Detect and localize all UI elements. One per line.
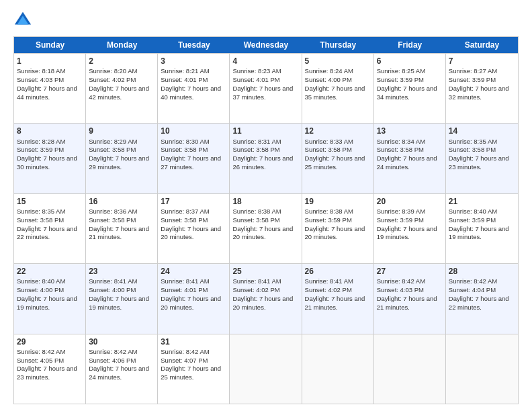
sunrise: Sunrise: 8:29 AM [89, 138, 137, 145]
sunrise: Sunrise: 8:40 AM [17, 277, 65, 285]
daylight: Daylight: 7 hours and 24 minutes. [89, 365, 149, 381]
sunset: Sunset: 3:58 PM [377, 146, 424, 153]
day-number: 17 [161, 196, 226, 207]
sunrise: Sunrise: 8:41 AM [232, 277, 281, 285]
empty-cell [230, 334, 302, 404]
sunset: Sunset: 4:02 PM [305, 286, 352, 293]
day-cell-4: 4Sunrise: 8:23 AMSunset: 4:01 PMDaylight… [230, 54, 302, 123]
daylight: Daylight: 7 hours and 19 minutes. [449, 225, 509, 241]
sunset: Sunset: 3:58 PM [449, 146, 496, 153]
sunset: Sunset: 3:58 PM [305, 146, 352, 153]
sunset: Sunset: 3:58 PM [161, 216, 208, 224]
day-number: 13 [377, 126, 443, 136]
sunrise: Sunrise: 8:25 AM [377, 67, 425, 75]
sunset: Sunset: 4:01 PM [161, 76, 208, 83]
sunset: Sunset: 4:03 PM [17, 76, 64, 83]
sunrise: Sunrise: 8:42 AM [17, 348, 65, 355]
day-number: 2 [89, 56, 154, 66]
sunset: Sunset: 4:04 PM [449, 286, 496, 293]
header-day-monday: Monday [86, 37, 158, 53]
day-cell-30: 30Sunrise: 8:42 AMSunset: 4:06 PMDayligh… [86, 334, 158, 404]
day-cell-14: 14Sunrise: 8:35 AMSunset: 3:58 PMDayligh… [446, 124, 518, 193]
day-number: 15 [17, 196, 83, 207]
day-number: 11 [232, 126, 298, 136]
day-number: 28 [449, 266, 515, 277]
day-number: 30 [89, 336, 154, 347]
header-day-wednesday: Wednesday [230, 37, 302, 53]
day-number: 22 [17, 266, 83, 277]
sunrise: Sunrise: 8:21 AM [161, 67, 209, 75]
sunset: Sunset: 4:01 PM [161, 286, 208, 293]
daylight: Daylight: 7 hours and 42 minutes. [89, 85, 149, 101]
sunrise: Sunrise: 8:35 AM [449, 138, 497, 145]
sunrise: Sunrise: 8:18 AM [17, 67, 65, 75]
header-day-friday: Friday [374, 37, 446, 53]
day-number: 20 [377, 196, 443, 207]
daylight: Daylight: 7 hours and 25 minutes. [161, 365, 221, 381]
daylight: Daylight: 7 hours and 22 minutes. [449, 295, 509, 311]
calendar-row-2: 8Sunrise: 8:28 AMSunset: 3:59 PMDaylight… [14, 123, 518, 193]
day-number: 12 [305, 126, 371, 136]
day-cell-3: 3Sunrise: 8:21 AMSunset: 4:01 PMDaylight… [158, 54, 230, 123]
day-cell-22: 22Sunrise: 8:40 AMSunset: 4:00 PMDayligh… [14, 264, 86, 333]
sunrise: Sunrise: 8:38 AM [232, 208, 281, 215]
header-day-sunday: Sunday [14, 37, 86, 53]
daylight: Daylight: 7 hours and 23 minutes. [17, 365, 77, 381]
daylight: Daylight: 7 hours and 30 minutes. [17, 154, 77, 171]
header-day-thursday: Thursday [302, 37, 374, 53]
sunset: Sunset: 3:58 PM [232, 216, 279, 224]
day-cell-11: 11Sunrise: 8:31 AMSunset: 3:58 PMDayligh… [230, 124, 302, 193]
daylight: Daylight: 7 hours and 21 minutes. [89, 225, 149, 241]
day-number: 19 [305, 196, 371, 207]
day-number: 21 [449, 196, 515, 207]
daylight: Daylight: 7 hours and 40 minutes. [161, 85, 221, 101]
day-number: 9 [89, 126, 154, 136]
day-number: 10 [161, 126, 226, 136]
sunrise: Sunrise: 8:37 AM [161, 208, 209, 215]
day-number: 31 [161, 336, 226, 347]
sunrise: Sunrise: 8:28 AM [17, 138, 65, 145]
daylight: Daylight: 7 hours and 22 minutes. [17, 225, 77, 241]
day-number: 16 [89, 196, 154, 207]
header-day-saturday: Saturday [446, 37, 518, 53]
sunset: Sunset: 3:59 PM [377, 76, 424, 83]
daylight: Daylight: 7 hours and 25 minutes. [305, 154, 365, 171]
sunrise: Sunrise: 8:36 AM [89, 208, 137, 215]
sunrise: Sunrise: 8:41 AM [161, 277, 209, 285]
empty-cell [374, 334, 446, 404]
calendar-row-4: 22Sunrise: 8:40 AMSunset: 4:00 PMDayligh… [14, 263, 518, 333]
day-cell-25: 25Sunrise: 8:41 AMSunset: 4:02 PMDayligh… [230, 264, 302, 333]
sunrise: Sunrise: 8:23 AM [232, 67, 281, 75]
day-cell-7: 7Sunrise: 8:27 AMSunset: 3:59 PMDaylight… [446, 54, 518, 123]
day-cell-5: 5Sunrise: 8:24 AMSunset: 4:00 PMDaylight… [302, 54, 374, 123]
daylight: Daylight: 7 hours and 27 minutes. [161, 154, 221, 171]
calendar-header: SundayMondayTuesdayWednesdayThursdayFrid… [14, 37, 518, 53]
daylight: Daylight: 7 hours and 21 minutes. [305, 295, 365, 311]
day-number: 29 [17, 336, 83, 347]
day-number: 1 [17, 56, 83, 66]
calendar-row-5: 29Sunrise: 8:42 AMSunset: 4:05 PMDayligh… [14, 334, 518, 404]
sunrise: Sunrise: 8:34 AM [377, 138, 425, 145]
daylight: Daylight: 7 hours and 32 minutes. [449, 85, 509, 101]
sunset: Sunset: 4:02 PM [232, 286, 279, 293]
sunrise: Sunrise: 8:30 AM [161, 138, 209, 145]
sunset: Sunset: 4:05 PM [17, 357, 64, 364]
day-cell-9: 9Sunrise: 8:29 AMSunset: 3:58 PMDaylight… [86, 124, 158, 193]
day-cell-24: 24Sunrise: 8:41 AMSunset: 4:01 PMDayligh… [158, 264, 230, 333]
sunrise: Sunrise: 8:20 AM [89, 67, 137, 75]
day-cell-13: 13Sunrise: 8:34 AMSunset: 3:58 PMDayligh… [374, 124, 446, 193]
daylight: Daylight: 7 hours and 35 minutes. [305, 85, 365, 101]
day-number: 24 [161, 266, 226, 277]
daylight: Daylight: 7 hours and 29 minutes. [89, 154, 149, 171]
sunrise: Sunrise: 8:42 AM [161, 348, 209, 355]
sunset: Sunset: 3:59 PM [305, 216, 352, 224]
sunrise: Sunrise: 8:42 AM [449, 277, 497, 285]
daylight: Daylight: 7 hours and 20 minutes. [232, 295, 293, 311]
daylight: Daylight: 7 hours and 21 minutes. [377, 295, 437, 311]
day-cell-28: 28Sunrise: 8:42 AMSunset: 4:04 PMDayligh… [446, 264, 518, 333]
sunrise: Sunrise: 8:42 AM [89, 348, 137, 355]
sunset: Sunset: 3:58 PM [89, 216, 136, 224]
calendar-row-1: 1Sunrise: 8:18 AMSunset: 4:03 PMDaylight… [14, 53, 518, 123]
day-cell-8: 8Sunrise: 8:28 AMSunset: 3:59 PMDaylight… [14, 124, 86, 193]
day-number: 5 [305, 56, 371, 66]
